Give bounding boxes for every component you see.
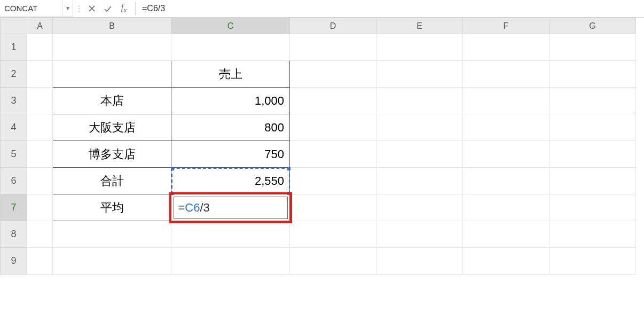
cell-B2[interactable] — [53, 61, 171, 88]
cell-G9[interactable] — [549, 248, 636, 275]
cell-B5[interactable]: 博多支店 — [53, 141, 171, 168]
row-header-2[interactable]: 2 — [1, 61, 27, 88]
cell-B8[interactable] — [53, 221, 171, 248]
cell-B7[interactable]: 平均 — [53, 194, 171, 221]
cell-A7[interactable] — [27, 194, 53, 221]
cell-E8[interactable] — [376, 221, 463, 248]
cell-C4[interactable]: 800 — [171, 114, 290, 141]
row-4: 4 大阪支店 800 — [1, 114, 636, 141]
col-header-D[interactable]: D — [290, 18, 376, 34]
cell-B3[interactable]: 本店 — [53, 88, 171, 114]
name-box[interactable]: CONCAT ▼ — [0, 0, 73, 17]
cell-F3[interactable] — [463, 88, 549, 114]
divider — [135, 2, 136, 15]
row-header-1[interactable]: 1 — [1, 34, 27, 61]
cancel-icon[interactable] — [84, 0, 100, 17]
column-header-row: A B C D E F G — [1, 18, 636, 34]
cell-A4[interactable] — [27, 114, 53, 141]
cell-E3[interactable] — [376, 88, 463, 114]
cell-C2[interactable]: 売上 — [171, 61, 290, 88]
cell-G7[interactable] — [549, 194, 636, 221]
cell-D2[interactable] — [290, 61, 376, 88]
cell-F8[interactable] — [463, 221, 549, 248]
row-2: 2 売上 — [1, 61, 636, 88]
col-header-F[interactable]: F — [463, 18, 549, 34]
cell-E1[interactable] — [376, 34, 463, 61]
cell-F4[interactable] — [463, 114, 549, 141]
col-header-B[interactable]: B — [53, 18, 171, 34]
cell-C1[interactable] — [171, 34, 290, 61]
cell-G6[interactable] — [549, 168, 636, 194]
cell-E7[interactable] — [376, 194, 463, 221]
row-header-3[interactable]: 3 — [1, 88, 27, 114]
cell-F1[interactable] — [463, 34, 549, 61]
row-header-5[interactable]: 5 — [1, 141, 27, 168]
cell-A3[interactable] — [27, 88, 53, 114]
row-3: 3 本店 1,000 — [1, 88, 636, 114]
cell-D3[interactable] — [290, 88, 376, 114]
chevron-down-icon[interactable]: ▼ — [62, 0, 73, 17]
enter-icon[interactable] — [100, 0, 116, 17]
cell-F2[interactable] — [463, 61, 549, 88]
row-9: 9 — [1, 248, 636, 275]
col-header-C[interactable]: C — [171, 18, 290, 34]
row-header-6[interactable]: 6 — [1, 168, 27, 194]
formula-input[interactable]: =C6/3 — [139, 0, 644, 17]
fx-icon[interactable]: fx — [116, 0, 132, 17]
row-header-7[interactable]: 7 — [1, 194, 27, 221]
cell-C8[interactable] — [171, 221, 290, 248]
cell-C6[interactable]: 2,550 — [171, 168, 290, 194]
cell-D9[interactable] — [290, 248, 376, 275]
formula-bar: CONCAT ▼ ⋮ fx =C6/3 — [0, 0, 644, 18]
cell-A5[interactable] — [27, 141, 53, 168]
cell-D6[interactable] — [290, 168, 376, 194]
row-7: 7 平均 — [1, 194, 636, 221]
cell-C3[interactable]: 1,000 — [171, 88, 290, 114]
row-1: 1 — [1, 34, 636, 61]
cell-A8[interactable] — [27, 221, 53, 248]
cell-E4[interactable] — [376, 114, 463, 141]
cell-C5[interactable]: 750 — [171, 141, 290, 168]
cell-E5[interactable] — [376, 141, 463, 168]
cell-F5[interactable] — [463, 141, 549, 168]
cell-F9[interactable] — [463, 248, 549, 275]
row-header-4[interactable]: 4 — [1, 114, 27, 141]
col-header-A[interactable]: A — [27, 18, 53, 34]
cell-G5[interactable] — [549, 141, 636, 168]
cell-C9[interactable] — [171, 248, 290, 275]
cell-A6[interactable] — [27, 168, 53, 194]
cell-G4[interactable] — [549, 114, 636, 141]
cell-G8[interactable] — [549, 221, 636, 248]
row-5: 5 博多支店 750 — [1, 141, 636, 168]
cell-A9[interactable] — [27, 248, 53, 275]
cell-B9[interactable] — [53, 248, 171, 275]
cell-E9[interactable] — [376, 248, 463, 275]
cell-G3[interactable] — [549, 88, 636, 114]
cell-D8[interactable] — [290, 221, 376, 248]
cell-B1[interactable] — [53, 34, 171, 61]
row-8: 8 — [1, 221, 636, 248]
spreadsheet-grid[interactable]: A B C D E F G 1 2 売上 3 本店 1,000 — [0, 18, 644, 275]
cell-E6[interactable] — [376, 168, 463, 194]
cell-A2[interactable] — [27, 61, 53, 88]
select-all-corner[interactable] — [1, 18, 27, 34]
name-box-text: CONCAT — [0, 4, 62, 13]
row-header-9[interactable]: 9 — [1, 248, 27, 275]
col-header-E[interactable]: E — [376, 18, 463, 34]
cell-G2[interactable] — [549, 61, 636, 88]
cell-B4[interactable]: 大阪支店 — [53, 114, 171, 141]
cell-E2[interactable] — [376, 61, 463, 88]
cell-B6[interactable]: 合計 — [53, 168, 171, 194]
row-6: 6 合計 2,550 — [1, 168, 636, 194]
cell-D4[interactable] — [290, 114, 376, 141]
cell-D5[interactable] — [290, 141, 376, 168]
cell-D1[interactable] — [290, 34, 376, 61]
cell-D7[interactable] — [290, 194, 376, 221]
cell-G1[interactable] — [549, 34, 636, 61]
cell-F6[interactable] — [463, 168, 549, 194]
cell-A1[interactable] — [27, 34, 53, 61]
cell-C7[interactable] — [171, 194, 290, 221]
row-header-8[interactable]: 8 — [1, 221, 27, 248]
col-header-G[interactable]: G — [549, 18, 636, 34]
cell-F7[interactable] — [463, 194, 549, 221]
